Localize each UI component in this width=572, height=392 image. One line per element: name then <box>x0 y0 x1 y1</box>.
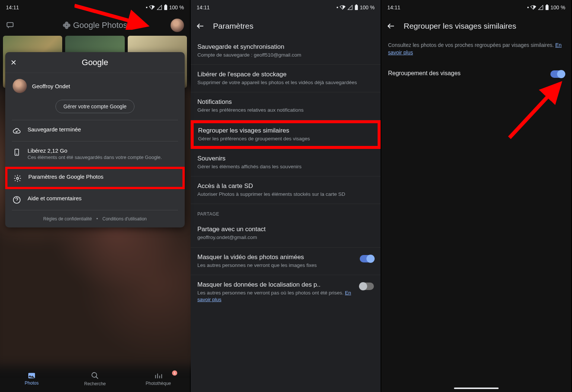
privacy-link[interactable]: Règles de confidentialité <box>43 216 92 222</box>
comment-icon[interactable] <box>6 21 14 29</box>
section-label-share: PARTAGE <box>191 204 381 220</box>
avatar <box>13 79 27 93</box>
toggle-face-grouping[interactable] <box>550 70 565 78</box>
svg-line-17 <box>509 84 560 138</box>
nav-search[interactable]: Recherche <box>63 366 127 392</box>
terms-link[interactable]: Conditions d'utilisation <box>102 216 147 222</box>
clock: 14:11 <box>6 4 19 10</box>
toggle-hide-location[interactable] <box>360 283 374 290</box>
svg-rect-8 <box>15 149 19 156</box>
page-description: Consultez les photos de vos proches regr… <box>381 37 571 64</box>
phone-storage-icon <box>13 148 21 156</box>
screen-2-settings: 14:11 • 100 % Paramètres Sauvegarde et s… <box>191 0 381 392</box>
screen-3-group-faces: 14:11 • 100 % Regrouper les visages simi… <box>381 0 572 392</box>
badge: 1 <box>172 370 177 376</box>
status-icons: • 100 % <box>336 4 375 10</box>
setting-hide-location[interactable]: Masquer les données de localisation des … <box>191 275 381 309</box>
avatar[interactable] <box>171 19 184 32</box>
help-icon <box>13 196 21 204</box>
svg-rect-16 <box>546 4 548 5</box>
svg-rect-3 <box>7 23 13 27</box>
clock: 14:11 <box>197 4 210 10</box>
manage-account-button[interactable]: Gérer votre compte Google <box>55 100 134 113</box>
svg-point-9 <box>16 177 19 179</box>
svg-rect-14 <box>356 4 357 5</box>
svg-rect-0 <box>164 5 167 10</box>
clock: 14:11 <box>387 4 400 10</box>
google-logo: Google <box>82 58 108 67</box>
google-photos-logo-icon <box>63 21 71 29</box>
setting-free-storage[interactable]: Libérer de l'espace de stockage Supprime… <box>191 65 381 92</box>
toggle-hide-video[interactable] <box>360 255 374 262</box>
setting-partner-sharing[interactable]: Partage avec un contact geoffroy.ondet@g… <box>191 220 381 247</box>
setting-backup-sync[interactable]: Sauvegarde et synchronisation Compte de … <box>191 37 381 65</box>
setting-group-faces[interactable]: Regrouper les visages similaires Gérer l… <box>191 120 381 149</box>
library-icon <box>154 372 162 379</box>
settings-header: Regrouper les visages similaires <box>381 15 571 37</box>
battery-pct: 100 % <box>169 4 184 10</box>
svg-line-2 <box>74 6 146 25</box>
wifi-icon <box>340 5 346 10</box>
cloud-check-icon <box>13 127 21 135</box>
status-bar: 14:11 • 100 % <box>381 0 571 15</box>
setting-hide-motion-video[interactable]: Masquer la vidéo des photos animées Les … <box>191 248 381 275</box>
gesture-handle[interactable] <box>381 385 571 392</box>
status-icons: • 100 % <box>527 4 565 10</box>
annotation-arrow-2-icon <box>506 78 565 141</box>
nav-library[interactable]: 1 Photothèque <box>127 366 190 392</box>
gear-icon <box>13 174 22 182</box>
photos-icon <box>28 372 36 379</box>
setting-notifications[interactable]: Notifications Gérer les préférences rela… <box>191 92 381 120</box>
page-title: Regrouper les visages similaires <box>404 22 516 31</box>
back-arrow-icon[interactable] <box>196 22 205 31</box>
svg-point-7 <box>63 23 66 27</box>
user-name: Geoffroy Ondet <box>32 83 70 89</box>
page-title: Paramètres <box>213 22 254 31</box>
close-icon[interactable]: ✕ <box>10 58 17 67</box>
settings-list: Sauvegarde et synchronisation Compte de … <box>191 37 381 392</box>
screen-1-google-photos: 14:11 • 100 % Google Photos ✕ Google <box>0 0 191 392</box>
battery-icon <box>355 4 358 10</box>
account-card: ✕ Google Geoffroy Ondet Gérer votre comp… <box>5 52 185 227</box>
battery-icon <box>164 4 168 10</box>
settings-header: Paramètres <box>191 15 381 37</box>
battery-icon <box>545 4 549 10</box>
svg-rect-15 <box>546 5 549 10</box>
bottom-nav: Photos Recherche 1 Photothèque <box>0 366 190 392</box>
svg-point-12 <box>92 373 97 377</box>
card-footer: Règles de confidentialité • Conditions d… <box>5 210 185 227</box>
nav-photos[interactable]: Photos <box>0 366 63 392</box>
backup-done-row[interactable]: Sauvegarde terminée <box>5 120 185 141</box>
wifi-icon <box>530 5 536 10</box>
setting-sd-access[interactable]: Accès à la carte SD Autoriser Photos à s… <box>191 176 381 204</box>
search-icon <box>91 372 99 380</box>
help-feedback-row[interactable]: Aide et commentaires <box>5 189 185 210</box>
account-row[interactable]: Geoffroy Ondet <box>5 73 185 95</box>
signal-icon <box>538 5 544 10</box>
annotation-arrow-1-icon <box>74 4 160 30</box>
signal-icon <box>347 5 353 10</box>
svg-rect-13 <box>355 5 358 10</box>
svg-rect-1 <box>165 4 166 5</box>
setting-memories[interactable]: Souvenirs Gérer les éléments affichés da… <box>191 149 381 176</box>
free-storage-row[interactable]: Libérez 2,12 Go Ces éléments ont été sau… <box>5 141 185 167</box>
status-bar: 14:11 • 100 % <box>191 0 381 15</box>
google-photos-settings-row[interactable]: Paramètres de Google Photos <box>5 167 185 189</box>
back-arrow-icon[interactable] <box>387 22 395 31</box>
